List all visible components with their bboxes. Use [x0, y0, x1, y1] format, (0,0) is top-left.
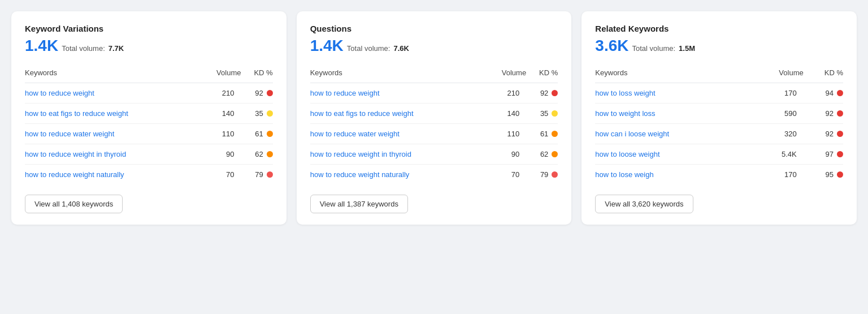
view-all-button[interactable]: View all 3,620 keywords — [595, 195, 693, 213]
kd-dot-icon — [552, 151, 558, 157]
kd-cell: 97 — [804, 144, 843, 165]
col-kd: KD % — [241, 65, 272, 83]
kd-cell: 35 — [241, 104, 272, 124]
kd-value: 92 — [826, 109, 834, 118]
col-keywords: Keywords — [595, 65, 752, 83]
col-volume: Volume — [752, 65, 804, 83]
keyword-link[interactable]: how to reduce water weight — [310, 130, 400, 138]
volume-value: 90 — [485, 144, 526, 165]
volume-value: 170 — [752, 83, 804, 104]
card-volume-value: 1.5M — [679, 44, 695, 53]
kd-cell: 94 — [804, 83, 843, 104]
table-row: how to lose weigh17095 — [595, 165, 843, 185]
kd-dot-icon — [837, 90, 843, 96]
kd-value: 79 — [540, 170, 548, 179]
col-kd: KD % — [804, 65, 843, 83]
cards-container: Keyword Variations1.4KTotal volume:7.7KK… — [11, 11, 857, 225]
keyword-link[interactable]: how can i loose weight — [595, 130, 669, 138]
kd-dot-icon — [267, 110, 273, 117]
volume-value: 70 — [485, 165, 526, 185]
table-row: how can i loose weight32092 — [595, 124, 843, 144]
kd-value: 79 — [255, 170, 263, 179]
keyword-link[interactable]: how to weight loss — [595, 109, 655, 118]
keyword-link[interactable]: how to reduce weight in thyroid — [310, 150, 411, 158]
kd-dot-icon — [552, 110, 558, 117]
volume-value: 5.4K — [752, 144, 804, 165]
volume-value: 70 — [199, 165, 241, 185]
card-volume-value: 7.6K — [393, 44, 409, 53]
table-row: how to weight loss59092 — [595, 104, 843, 124]
kd-cell: 61 — [526, 124, 558, 144]
card-title: Related Keywords — [595, 24, 843, 33]
table-row: how to eat figs to reduce weight14035 — [25, 104, 273, 124]
volume-value: 110 — [485, 124, 526, 144]
card-keyword-variations: Keyword Variations1.4KTotal volume:7.7KK… — [11, 11, 287, 225]
keyword-link[interactable]: how to loose weight — [595, 150, 659, 158]
volume-value: 110 — [199, 124, 241, 144]
kd-value: 61 — [540, 130, 548, 138]
kd-cell: 62 — [526, 144, 558, 165]
kd-dot-icon — [552, 171, 558, 178]
keyword-link[interactable]: how to eat figs to reduce weight — [25, 109, 128, 118]
kd-cell: 92 — [526, 83, 558, 104]
kd-cell: 79 — [526, 165, 558, 185]
volume-value: 140 — [485, 104, 526, 124]
col-keywords: Keywords — [310, 65, 485, 83]
keyword-table: KeywordsVolumeKD %how to reduce weight21… — [25, 65, 273, 184]
keyword-link[interactable]: how to reduce water weight — [25, 130, 114, 138]
keyword-link[interactable]: how to eat figs to reduce weight — [310, 109, 414, 118]
kd-dot-icon — [837, 131, 843, 137]
volume-value: 170 — [752, 165, 804, 185]
keyword-link[interactable]: how to reduce weight naturally — [310, 170, 410, 179]
kd-cell: 92 — [804, 104, 843, 124]
kd-value: 97 — [826, 150, 834, 158]
table-row: how to reduce weight21092 — [25, 83, 273, 104]
kd-value: 92 — [826, 130, 834, 138]
kd-dot-icon — [267, 171, 273, 178]
card-questions: Questions1.4KTotal volume:7.6KKeywordsVo… — [297, 11, 572, 225]
col-keywords: Keywords — [25, 65, 199, 83]
kd-cell: 92 — [241, 83, 272, 104]
keyword-link[interactable]: how to reduce weight in thyroid — [25, 150, 126, 158]
kd-dot-icon — [267, 90, 273, 96]
col-kd: KD % — [526, 65, 558, 83]
card-summary: 3.6KTotal volume:1.5M — [595, 37, 843, 55]
kd-value: 94 — [826, 89, 834, 97]
view-all-button[interactable]: View all 1,387 keywords — [310, 195, 408, 213]
volume-value: 140 — [199, 104, 241, 124]
card-volume-label: Total volume: — [632, 44, 676, 53]
table-row: how to reduce weight in thyroid9062 — [310, 144, 558, 165]
volume-value: 320 — [752, 124, 804, 144]
table-row: how to reduce weight naturally7079 — [310, 165, 558, 185]
volume-value: 590 — [752, 104, 804, 124]
table-row: how to reduce weight21092 — [310, 83, 558, 104]
table-row: how to reduce water weight11061 — [25, 124, 273, 144]
card-volume-value: 7.7K — [108, 44, 124, 53]
card-count: 1.4K — [25, 37, 58, 55]
volume-value: 90 — [199, 144, 241, 165]
kd-value: 62 — [255, 150, 263, 158]
keyword-link[interactable]: how to reduce weight — [310, 89, 380, 97]
col-volume: Volume — [485, 65, 526, 83]
kd-dot-icon — [267, 131, 273, 137]
kd-cell: 95 — [804, 165, 843, 185]
keyword-link[interactable]: how to lose weigh — [595, 170, 653, 179]
keyword-link[interactable]: how to loss weight — [595, 89, 655, 97]
kd-cell: 79 — [241, 165, 272, 185]
kd-dot-icon — [552, 131, 558, 137]
view-all-button[interactable]: View all 1,408 keywords — [25, 195, 123, 213]
kd-dot-icon — [267, 151, 273, 157]
card-volume-label: Total volume: — [347, 44, 390, 53]
kd-value: 92 — [540, 89, 548, 97]
card-summary: 1.4KTotal volume:7.6K — [310, 37, 558, 55]
table-row: how to loss weight17094 — [595, 83, 843, 104]
keyword-link[interactable]: how to reduce weight — [25, 89, 94, 97]
card-title: Questions — [310, 24, 558, 33]
card-volume-label: Total volume: — [62, 44, 105, 53]
kd-dot-icon — [837, 110, 843, 117]
card-related-keywords: Related Keywords3.6KTotal volume:1.5MKey… — [581, 11, 857, 225]
volume-value: 210 — [199, 83, 241, 104]
keyword-link[interactable]: how to reduce weight naturally — [25, 170, 124, 179]
kd-value: 95 — [826, 170, 834, 179]
table-row: how to eat figs to reduce weight14035 — [310, 104, 558, 124]
